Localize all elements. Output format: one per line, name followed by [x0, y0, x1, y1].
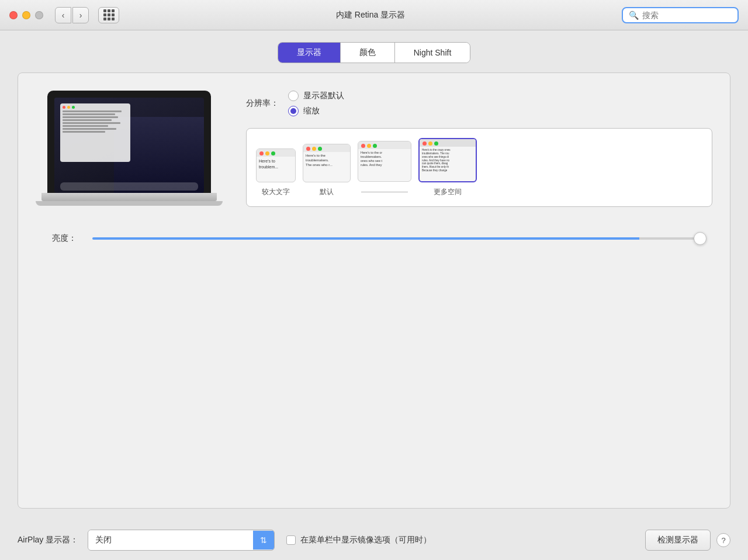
search-icon: 🔍	[629, 11, 639, 20]
thumb-content-4: Here's to the crazy onestroublemakers. T…	[420, 147, 476, 174]
tab-display[interactable]: 显示器	[278, 43, 341, 63]
maximize-button[interactable]	[35, 11, 43, 19]
bottom-bar: AirPlay 显示器： 关闭 ⇅ 在菜单栏中显示镜像选项（可用时） 检测显示器…	[0, 520, 748, 560]
titlebar: ‹ › 内建 Retina 显示器 🔍	[0, 0, 748, 30]
thumb-more-space[interactable]: Here's to the crazy onestroublemakers. T…	[418, 138, 477, 197]
radio-scaled-label: 缩放	[303, 106, 320, 116]
search-box[interactable]: 🔍	[622, 7, 739, 23]
radio-group: 显示器默认 缩放	[288, 91, 344, 116]
text-lines	[63, 110, 128, 133]
radio-default-outer	[288, 91, 299, 101]
grid-view-button[interactable]	[98, 7, 119, 23]
macbook-base	[41, 193, 217, 201]
window-dots	[63, 106, 128, 109]
radio-default[interactable]: 显示器默认	[288, 91, 344, 101]
help-button[interactable]: ?	[716, 533, 730, 547]
mirror-checkbox[interactable]	[286, 535, 296, 545]
tab-nightshift[interactable]: Night Shift	[395, 43, 470, 63]
radio-scaled-inner	[290, 108, 296, 114]
settings-panel: 分辨率： 显示器默认 缩放	[18, 72, 730, 509]
mirror-checkbox-row: 在菜单栏中显示镜像选项（可用时）	[286, 535, 431, 545]
dot-red	[63, 106, 65, 109]
screen-bezel	[47, 91, 211, 193]
resolution-label: 分辨率：	[246, 98, 279, 109]
tabs-container: 显示器 颜色 Night Shift	[18, 42, 730, 63]
airplay-label: AirPlay 显示器：	[18, 535, 78, 545]
macbook-foot	[36, 201, 223, 206]
thumb-separator	[361, 192, 408, 192]
thumb-label-large-text: 较大文字	[262, 187, 290, 197]
resolution-thumbnails: Here's totroublem... 较大文字 Here's to	[246, 128, 712, 207]
close-button[interactable]	[9, 11, 18, 19]
thumb-card-more-space: Here's to the crazy onestroublemakers. T…	[418, 138, 477, 182]
airplay-dropdown-arrow[interactable]: ⇅	[253, 531, 274, 549]
thumb-dots-4	[420, 139, 476, 147]
thumb-content-1: Here's totroublem...	[257, 157, 295, 172]
thumb-label-default: 默认	[320, 187, 334, 197]
minimize-button[interactable]	[22, 11, 30, 19]
thumb-card-large-text: Here's totroublem...	[256, 148, 296, 182]
tab-group: 显示器 颜色 Night Shift	[278, 42, 471, 63]
thumb-large-text[interactable]: Here's totroublem... 较大文字	[256, 148, 296, 197]
window-title: 内建 Retina 显示器	[126, 10, 615, 20]
thumb-medium[interactable]: Here's to the crtroublemakers.ones who s…	[358, 141, 411, 197]
macbook-image	[36, 91, 223, 219]
bottom-right: 检测显示器 ?	[645, 530, 730, 551]
brightness-slider-track[interactable]	[92, 237, 700, 240]
dock	[60, 182, 198, 191]
top-section: 分辨率： 显示器默认 缩放	[36, 91, 712, 219]
forward-button[interactable]: ›	[72, 7, 89, 23]
main-content: 显示器 颜色 Night Shift	[0, 30, 748, 520]
radio-scaled-outer	[288, 106, 299, 116]
brightness-thumb[interactable]	[694, 232, 707, 245]
display-preview	[36, 91, 223, 219]
grid-icon	[103, 9, 115, 20]
resolution-section: 分辨率： 显示器默认 缩放	[246, 91, 712, 207]
detect-display-button[interactable]: 检测显示器	[645, 530, 711, 551]
screen-content	[54, 98, 204, 193]
thumb-label-more-space: 更多空间	[434, 187, 462, 197]
radio-default-label: 显示器默认	[303, 91, 344, 101]
tab-color[interactable]: 颜色	[341, 43, 395, 63]
thumb-card-medium: Here's to the crtroublemakers.ones who s…	[358, 141, 411, 182]
radio-scaled[interactable]: 缩放	[288, 106, 344, 116]
thumb-default[interactable]: Here's to thetroublemakers.The ones who …	[303, 144, 351, 197]
nav-buttons: ‹ ›	[55, 7, 89, 23]
thumb-dots-3	[358, 141, 411, 149]
window-overlay	[60, 103, 130, 162]
airplay-select[interactable]: 关闭 ⇅	[88, 530, 275, 551]
dot-yellow	[67, 106, 70, 109]
search-input[interactable]	[642, 11, 732, 20]
brightness-section: 亮度：	[36, 233, 712, 244]
thumb-dots-2	[303, 144, 350, 152]
mirror-label: 在菜单栏中显示镜像选项（可用时）	[300, 535, 431, 545]
thumb-content-2: Here's to thetroublemakers.The ones who …	[303, 152, 350, 169]
airplay-select-value: 关闭	[88, 530, 253, 550]
traffic-lights	[9, 11, 43, 19]
thumb-card-default: Here's to thetroublemakers.The ones who …	[303, 144, 351, 182]
dot-green	[72, 106, 75, 109]
thumb-content-3: Here's to the crtroublemakers.ones who s…	[358, 149, 411, 170]
brightness-slider-wrapper[interactable]	[86, 237, 707, 240]
brightness-label: 亮度：	[41, 233, 77, 244]
back-button[interactable]: ‹	[55, 7, 71, 23]
thumb-dots-1	[257, 149, 295, 157]
